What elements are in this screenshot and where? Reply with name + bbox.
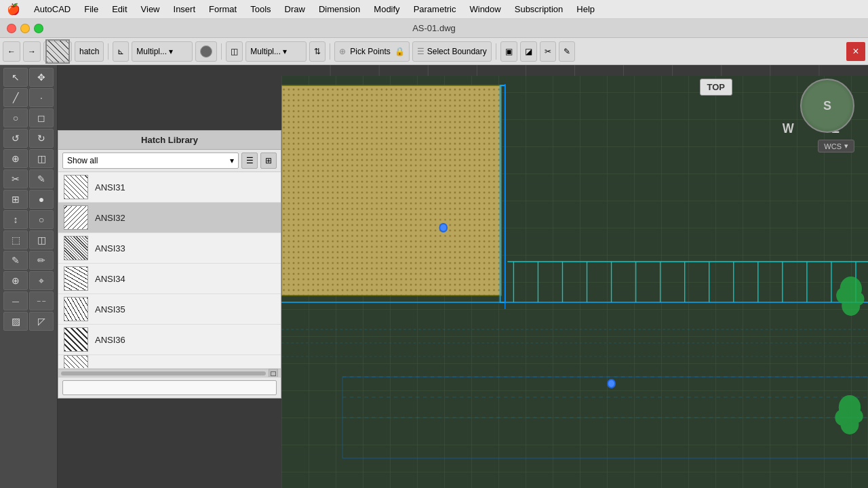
svg-point-7 (439, 224, 447, 232)
boundary-button[interactable]: ◫ (226, 41, 243, 62)
apple-menu[interactable]: 🍎 (0, 3, 27, 16)
maximize-button[interactable] (34, 24, 43, 33)
options-icon: ⇅ (314, 47, 321, 56)
pick-points-button[interactable]: ⊕ Pick Points 🔒 (334, 41, 409, 62)
arc-ccw-tool[interactable]: ↻ (29, 129, 54, 148)
menu-tools[interactable]: Tools (243, 0, 277, 19)
extra-icon-2: ◪ (525, 47, 532, 56)
menu-file[interactable]: File (77, 0, 105, 19)
tool-row-6: ✂ ✎ (3, 169, 54, 188)
hatch-item-ansi32[interactable]: ANSI32 (58, 203, 281, 233)
boundary-icon: ◫ (231, 47, 238, 56)
menu-window[interactable]: Window (462, 0, 507, 19)
hatch-panel-toolbar: Show all ▾ ☰ ⊞ (58, 150, 281, 172)
menu-edit[interactable]: Edit (105, 0, 134, 19)
tool-row-7: ⊞ ● (3, 190, 54, 209)
arc-cw-tool[interactable]: ↺ (3, 129, 28, 148)
canvas-area[interactable]: W E TOP S WCS ▾ (281, 65, 868, 488)
menu-draw[interactable]: Draw (278, 0, 312, 19)
angle-picker[interactable]: ⊾ (113, 41, 129, 62)
hatch-preview[interactable] (43, 41, 72, 62)
svg-rect-32 (342, 377, 868, 458)
show-all-chevron-icon: ▾ (230, 156, 234, 165)
tool-row-1: ↖ ✥ (3, 68, 54, 87)
snap-tool[interactable]: ⌖ (29, 271, 54, 290)
menu-modify[interactable]: Modify (367, 0, 406, 19)
drawing-svg: W E (281, 65, 868, 488)
table-tool[interactable]: ◫ (29, 149, 54, 168)
menu-insert[interactable]: Insert (167, 0, 203, 19)
hatch-search-input[interactable] (62, 380, 277, 395)
hatch-item-ansi33[interactable]: ANSI33 (58, 233, 281, 264)
move-tool[interactable]: ↖ (3, 68, 28, 87)
menu-dimension[interactable]: Dimension (312, 0, 367, 19)
scale-tool[interactable]: ↕ (3, 210, 28, 229)
viewport-tool[interactable]: ◫ (29, 230, 54, 249)
hatch-type-label: Multipl... (136, 47, 167, 56)
close-toolbar-button[interactable]: × (846, 42, 865, 61)
hatch-item-list: ANSI31 ANSI32 ANSI33 ANSI34 ANSI35 ANSI3… (58, 172, 281, 369)
pan-tool[interactable]: ✥ (29, 68, 54, 87)
color-picker[interactable] (195, 41, 217, 62)
menu-subscription[interactable]: Subscription (508, 0, 570, 19)
extra-btn-1[interactable]: ▣ (500, 41, 517, 62)
rect-tool[interactable]: ◻ (29, 108, 54, 127)
hatch-scrollbar[interactable] (61, 371, 266, 375)
nav-forward-button[interactable]: → (23, 41, 41, 62)
hatch-pattern-icon (45, 39, 70, 64)
line-tool[interactable]: ╱ (3, 88, 28, 107)
edit-tool[interactable]: ✎ (3, 251, 28, 270)
hatch-type-dropdown[interactable]: Multipl... ▾ (132, 41, 193, 62)
list-view-button[interactable]: ☰ (241, 152, 258, 169)
boundary-options-button[interactable]: ⇅ (309, 41, 326, 62)
insert-tool[interactable]: ⊕ (3, 271, 28, 290)
fill-tool[interactable]: ● (29, 190, 54, 209)
separator-1 (108, 43, 108, 60)
draw-tool[interactable]: ✎ (29, 169, 54, 188)
ansi31-preview (64, 175, 88, 199)
close-button[interactable] (7, 24, 16, 33)
select-boundary-button[interactable]: ☰ Select Boundary (412, 41, 492, 62)
hatch-item-ansi35[interactable]: ANSI35 (58, 294, 281, 325)
hatch-item-partial[interactable] (58, 355, 281, 369)
hatch-library-panel: Hatch Library Show all ▾ ☰ ⊞ ANSI31 ANSI… (58, 130, 281, 399)
left-sidebar: ↖ ✥ ╱ · ○ ◻ ↺ ↻ ⊕ ◫ ✂ ✎ ⊞ ● ↕ ○ (0, 65, 58, 488)
menu-parametric[interactable]: Parametric (407, 0, 463, 19)
triangle-tool[interactable]: ◸ (29, 312, 54, 331)
centerline-tool[interactable]: — (3, 291, 28, 310)
hatch-tool[interactable]: ⬚ (3, 230, 28, 249)
point-tool[interactable]: · (29, 88, 54, 107)
show-all-dropdown[interactable]: Show all ▾ (62, 152, 239, 169)
hatch-item-ansi34[interactable]: ANSI34 (58, 264, 281, 294)
hatch-label[interactable]: hatch (75, 41, 104, 62)
extra-btn-4[interactable]: ✎ (559, 41, 575, 62)
hatch-item-ansi36[interactable]: ANSI36 (58, 325, 281, 355)
menu-help[interactable]: Help (570, 0, 601, 19)
pick-points-lock-icon: 🔒 (395, 47, 405, 56)
boundary-dropdown[interactable]: Multipl... ▾ (245, 41, 307, 62)
trim-tool[interactable]: ✂ (3, 169, 28, 188)
hatch-btn[interactable]: ▨ (3, 312, 28, 331)
ansi36-label: ANSI36 (95, 335, 125, 345)
orbit-tool[interactable]: ○ (29, 210, 54, 229)
cad-canvas[interactable]: W E TOP S WCS ▾ (281, 65, 868, 488)
nav-back-button[interactable]: ← (3, 41, 20, 62)
array-tool[interactable]: ⊞ (3, 190, 28, 209)
menu-view[interactable]: View (134, 0, 167, 19)
dashed-tool[interactable]: – – (29, 291, 54, 310)
menu-autocad[interactable]: AutoCAD (27, 0, 77, 19)
hatch-scrollbar-area: □ (58, 369, 281, 377)
circle-tool[interactable]: ○ (3, 108, 28, 127)
extra-btn-2[interactable]: ◪ (520, 41, 537, 62)
grid-view-button[interactable]: ⊞ (260, 152, 277, 169)
wcs-badge[interactable]: WCS ▾ (818, 140, 854, 152)
pencil-tool[interactable]: ✏ (29, 251, 54, 270)
tool-row-11: ⊕ ⌖ (3, 271, 54, 290)
hatch-item-ansi31[interactable]: ANSI31 (58, 172, 281, 203)
tool-row-9: ⬚ ◫ (3, 230, 54, 249)
region-tool[interactable]: ⊕ (3, 149, 28, 168)
menu-format[interactable]: Format (202, 0, 243, 19)
separator-2 (221, 43, 222, 60)
minimize-button[interactable] (20, 24, 30, 33)
extra-btn-3[interactable]: ✂ (540, 41, 556, 62)
